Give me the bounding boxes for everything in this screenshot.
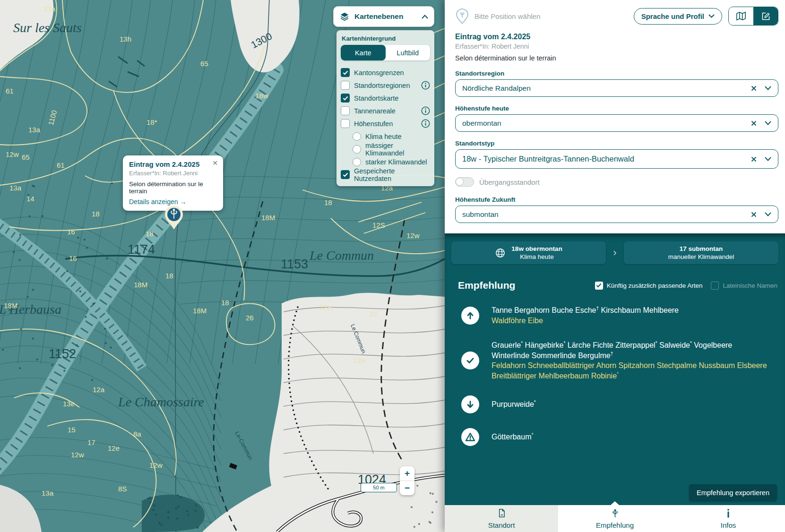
map-label: 18	[146, 230, 154, 238]
info-icon[interactable]	[421, 81, 430, 90]
check-icon	[596, 283, 602, 288]
close-icon[interactable]: ✕	[212, 160, 218, 166]
layer-checkbox-gespeicherte-nutzerdaten[interactable]: Gespeicherte Nutzerdaten	[341, 168, 430, 181]
field-label-hoehenstufe-zukunft: Höhenstufe Zukunft	[455, 196, 778, 203]
tab-empfehlung[interactable]: Empfehlung	[558, 505, 672, 532]
map-label: 12w	[71, 451, 84, 459]
tree-location-marker[interactable]	[164, 205, 183, 230]
species-recommendation-list: Tanne Bergahorn Buche Esche† Kirschbaum …	[451, 305, 778, 446]
map-label: 12w	[149, 461, 163, 469]
climate-radio-list: Klima heutemässiger Klimawandelstarker K…	[341, 130, 430, 168]
layers-icon	[339, 11, 350, 22]
select-standortsregion[interactable]: Nördliche Randalpen	[455, 79, 778, 97]
edit-view-button[interactable]	[753, 7, 778, 25]
clear-icon[interactable]	[751, 156, 757, 162]
radio-icon[interactable]	[353, 132, 361, 141]
clear-icon[interactable]	[751, 212, 757, 217]
checkbox-icon[interactable]	[341, 106, 350, 115]
chevron-down-icon[interactable]	[765, 212, 771, 216]
map-label: 18w	[255, 92, 268, 100]
climate-radio-m-ssiger-klimawandel[interactable]: mässiger Klimawandel	[341, 143, 430, 155]
map-label: 15	[68, 426, 76, 434]
background-option-luftbild[interactable]: Luftbild	[386, 45, 431, 60]
zoom-out-button[interactable]: −	[400, 481, 414, 495]
map-view-button[interactable]	[729, 7, 753, 25]
row-label: Klima heute	[365, 133, 430, 140]
radio-icon[interactable]	[353, 145, 361, 154]
checkbox-icon[interactable]	[341, 119, 350, 128]
map-canvas[interactable]: Sur les SautsL'HerbausaLe CommunLe Chamo…	[0, 0, 445, 532]
layer-checkbox-standortsregionen[interactable]: Standortsregionen	[341, 79, 430, 92]
layer-checkbox-list: KantonsgrenzenStandortsregionenStandorts…	[341, 66, 430, 130]
layer-checkbox-kantonsgrenzen[interactable]: Kantonsgrenzen	[341, 66, 430, 79]
entry-title: Eintrag vom 2.4.2025	[455, 33, 778, 41]
row-label: Höhenstufen	[354, 120, 417, 128]
layer-checkbox-tannenareale[interactable]: Tannenareale	[341, 104, 430, 117]
recommendation-title: Empfehlung	[458, 280, 595, 291]
detail-panel: Bitte Position wählen Sprache und Profil	[445, 0, 785, 532]
chevron-down-icon[interactable]	[765, 86, 771, 90]
map-label: 18M	[4, 301, 17, 309]
language-profile-button[interactable]: Sprache und Profil	[634, 8, 722, 25]
future-species-checkbox[interactable]: Künftig zusätzlich passende Arten	[595, 282, 703, 290]
popup-title: Eintrag vom 2.4.2025	[129, 160, 217, 168]
transition-site-toggle[interactable]	[455, 177, 474, 187]
select-hoehenstufe-zukunft[interactable]: submontan	[455, 206, 778, 223]
species-row: Götterbaum°	[461, 428, 778, 446]
select-standortstyp[interactable]: 18w - Typischer Buntreitgras-Tannen-Buch…	[455, 149, 778, 169]
clear-icon[interactable]	[751, 86, 757, 91]
map-label: 27	[370, 310, 378, 318]
background-option-karte[interactable]: Karte	[341, 45, 386, 60]
latin-names-checkbox[interactable]: Lateinische Namen	[711, 282, 777, 290]
chevron-right-icon: ›	[606, 248, 624, 258]
map-label: 65	[200, 60, 208, 68]
map-layers-toggle-button[interactable]: Kartenebenen	[333, 6, 434, 27]
check-icon	[343, 172, 348, 177]
map-label: 12a	[93, 386, 105, 394]
arrow-up-icon	[461, 307, 479, 325]
tab-infos[interactable]: Infos	[672, 505, 785, 532]
climate-radio-klima-heute[interactable]: Klima heute	[341, 130, 430, 143]
chevron-down-icon[interactable]	[765, 121, 771, 125]
panel-form-section: Bitte Position wählen Sprache und Profil	[445, 0, 785, 223]
map-label: 13e	[63, 400, 75, 408]
checkbox-icon[interactable]	[341, 81, 350, 90]
map-background-segmented-control: KarteLuftbild	[341, 45, 430, 60]
select-hoehenstufe-heute[interactable]: obermontan	[455, 114, 778, 132]
radio-icon[interactable]	[353, 158, 361, 166]
layer-checkbox-standortskarte[interactable]: Standortskarte	[341, 92, 430, 104]
popup-details-link[interactable]: Details anzeigen →	[129, 198, 217, 206]
map-layers-title: Kartenebenen	[354, 12, 417, 21]
transition-site-label: Übergangsstandort	[479, 178, 540, 186]
checkbox-icon[interactable]	[341, 170, 350, 179]
export-recommendation-button[interactable]: Empfehlung exportieren	[689, 484, 777, 501]
info-icon[interactable]	[421, 106, 430, 115]
scenario-current-chip[interactable]: 18w obermontan Klima heute	[451, 241, 606, 264]
zoom-in-button[interactable]: +	[400, 466, 414, 481]
tab-standort[interactable]: Standort	[445, 505, 558, 532]
map-label: 8S	[118, 485, 127, 493]
species-row: Purpurweide*	[461, 395, 778, 413]
tab-label: Standort	[488, 521, 515, 529]
saved-data-row-wrap: Gespeicherte Nutzerdaten	[341, 168, 430, 181]
chevron-down-icon[interactable]	[765, 157, 771, 161]
scenario-row: 18w obermontan Klima heute › 17 submonta…	[451, 241, 778, 264]
check-icon	[343, 70, 348, 75]
map-label: 12e	[108, 444, 120, 452]
arrow-down-icon	[461, 395, 479, 413]
map-label: 16	[67, 228, 75, 236]
clear-icon[interactable]	[751, 120, 757, 126]
scenario-future-chip[interactable]: 17 submontan manueller Klimawandel	[624, 241, 778, 264]
info-icon[interactable]	[421, 119, 430, 128]
map-zoom-control: + −	[400, 466, 414, 495]
map-entry-popup: Eintrag vom 2.4.2025 ✕ Erfasser*In: Robe…	[123, 155, 223, 211]
row-label: Tannenareale	[354, 107, 417, 115]
entry-note: Selon détermination sur le terrain	[455, 54, 778, 62]
layer-checkbox-h-henstufen[interactable]: Höhenstufen	[341, 117, 430, 130]
checkbox-icon[interactable]	[341, 94, 350, 103]
map-label: 12a	[319, 303, 332, 311]
climate-radio-starker-klimawandel[interactable]: starker Klimawandel	[341, 155, 430, 168]
map-label: 61	[57, 161, 65, 169]
checkbox-icon[interactable]	[341, 68, 350, 77]
row-label: starker Klimawandel	[365, 158, 430, 166]
